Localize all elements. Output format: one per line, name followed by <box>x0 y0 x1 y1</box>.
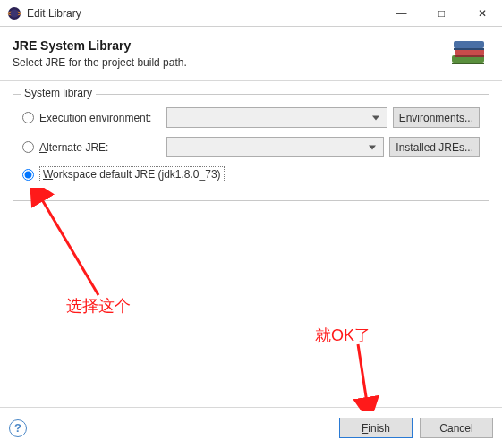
radio-workspace-default-input[interactable] <box>22 169 34 181</box>
eclipse-icon <box>7 6 21 21</box>
svg-point-2 <box>11 9 19 17</box>
titlebar: Edit Library — □ ✕ <box>0 0 502 27</box>
installed-jres-button[interactable]: Installed JREs... <box>389 137 480 157</box>
environments-button[interactable]: Environments... <box>393 107 480 128</box>
finish-button[interactable]: Finish <box>339 418 413 438</box>
radio-alternate-jre[interactable]: Alternate JRE: <box>22 141 161 154</box>
radio-alt-jre-input[interactable] <box>22 141 34 153</box>
page-title: JRE System Library <box>13 38 447 53</box>
alt-jre-combo[interactable] <box>166 137 384 157</box>
radio-exec-env-input[interactable] <box>22 112 34 123</box>
maximize-button[interactable]: □ <box>421 0 462 26</box>
radio-execution-environment[interactable]: Execution environment: <box>22 112 161 124</box>
minimize-button[interactable]: — <box>381 0 421 26</box>
annotation-select-this: 选择这个 <box>66 295 131 317</box>
svg-line-12 <box>358 344 367 402</box>
system-library-group: System library Execution environment: En… <box>13 94 489 201</box>
close-button[interactable]: ✕ <box>462 0 502 26</box>
annotation-then-ok: 就OK了 <box>315 325 370 346</box>
help-icon[interactable]: ? <box>9 419 27 437</box>
radio-workspace-default[interactable]: Workspace default JRE (jdk1.8.0_73) <box>22 166 225 182</box>
svg-rect-5 <box>454 41 484 48</box>
page-subtitle: Select JRE for the project build path. <box>13 56 447 69</box>
svg-rect-7 <box>455 55 484 57</box>
dialog-header: JRE System Library Select JRE for the pr… <box>0 27 502 81</box>
exec-env-combo[interactable] <box>166 107 387 128</box>
library-books-icon <box>447 36 489 72</box>
arrow-annotation-2-icon <box>345 340 398 411</box>
window-title: Edit Library <box>27 7 381 20</box>
group-legend: System library <box>21 87 96 99</box>
cancel-button[interactable]: Cancel <box>420 418 493 438</box>
svg-rect-8 <box>454 48 484 50</box>
svg-rect-6 <box>452 63 484 64</box>
dialog-footer: ? Finish Cancel <box>0 407 502 448</box>
